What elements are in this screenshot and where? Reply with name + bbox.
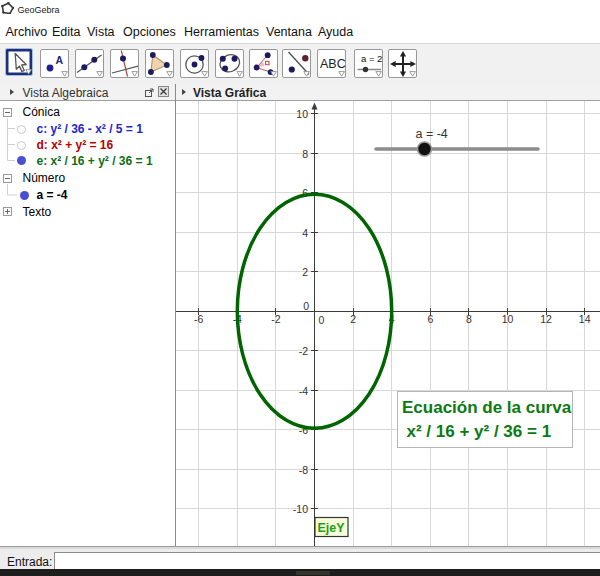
svg-text:a = 2: a = 2 <box>361 53 382 64</box>
svg-text:12: 12 <box>540 313 552 325</box>
svg-text:ABC: ABC <box>320 57 346 71</box>
svg-text:Ecuación de la curva: Ecuación de la curva <box>402 398 572 417</box>
svg-text:x² / 16 + y² / 36 = 1: x² / 16 + y² / 36 = 1 <box>407 422 552 441</box>
svg-text:a = -4: a = -4 <box>416 127 448 141</box>
svg-text:EjeY: EjeY <box>318 521 346 535</box>
svg-text:6: 6 <box>427 313 433 325</box>
svg-text:-4: -4 <box>299 385 308 397</box>
svg-text:10: 10 <box>502 313 514 325</box>
svg-text:-6: -6 <box>194 313 203 325</box>
svg-text:0: 0 <box>303 300 309 312</box>
svg-text:-8: -8 <box>299 464 308 476</box>
svg-text:2: 2 <box>302 266 308 278</box>
svg-text:14: 14 <box>579 313 591 325</box>
svg-text:-2: -2 <box>271 313 280 325</box>
svg-text:0: 0 <box>319 314 325 326</box>
svg-text:4: 4 <box>302 227 308 239</box>
svg-text:A: A <box>56 54 64 66</box>
svg-text:8: 8 <box>466 313 472 325</box>
svg-text:2: 2 <box>350 313 356 325</box>
svg-text:-10: -10 <box>293 503 308 515</box>
svg-text:8: 8 <box>302 148 308 160</box>
svg-text:-2: -2 <box>299 345 308 357</box>
svg-text:10: 10 <box>296 108 308 120</box>
